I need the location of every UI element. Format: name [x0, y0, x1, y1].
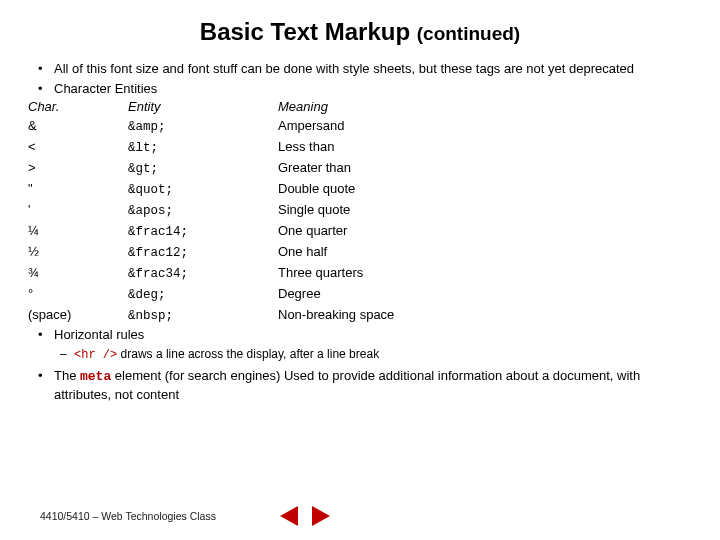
- bullet-list: Horizontal rules: [36, 326, 692, 344]
- cell-entity: &gt;: [128, 159, 278, 179]
- header-char: Char.: [28, 99, 128, 114]
- nav-buttons: [280, 506, 330, 526]
- table-row: "&quot;Double quote: [28, 179, 692, 200]
- title-main: Basic Text Markup: [200, 18, 410, 45]
- text: The: [54, 368, 80, 383]
- cell-char: °: [28, 284, 128, 305]
- bullet-item: Character Entities: [36, 80, 692, 98]
- table-row: &&amp;Ampersand: [28, 116, 692, 137]
- bullet-list: All of this font size and font stuff can…: [36, 60, 692, 97]
- sub-text: draws a line across the display, after a…: [117, 347, 379, 361]
- cell-meaning: One quarter: [278, 221, 347, 242]
- cell-meaning: Ampersand: [278, 116, 344, 137]
- entity-table-header: Char. Entity Meaning: [28, 99, 692, 114]
- cell-meaning: Degree: [278, 284, 321, 305]
- table-row: ¼&frac14;One quarter: [28, 221, 692, 242]
- next-slide-button[interactable]: [312, 506, 330, 526]
- table-row: '&apos;Single quote: [28, 200, 692, 221]
- cell-entity: &quot;: [128, 180, 278, 200]
- cell-entity: &lt;: [128, 138, 278, 158]
- inline-code: <hr />: [74, 348, 117, 362]
- slide-title: Basic Text Markup (continued): [28, 18, 692, 46]
- prev-slide-button[interactable]: [280, 506, 298, 526]
- table-row: (space)&nbsp;Non-breaking space: [28, 305, 692, 326]
- cell-meaning: Double quote: [278, 179, 355, 200]
- cell-meaning: One half: [278, 242, 327, 263]
- header-entity: Entity: [128, 99, 278, 114]
- cell-char: ¼: [28, 221, 128, 242]
- table-row: >&gt;Greater than: [28, 158, 692, 179]
- cell-meaning: Non-breaking space: [278, 305, 394, 326]
- cell-entity: &frac34;: [128, 264, 278, 284]
- cell-char: (space): [28, 305, 128, 326]
- header-meaning: Meaning: [278, 99, 328, 114]
- bullet-item: All of this font size and font stuff can…: [36, 60, 692, 78]
- sub-bullet-item: <hr /> draws a line across the display, …: [60, 346, 692, 364]
- inline-code: meta: [80, 369, 111, 384]
- cell-meaning: Three quarters: [278, 263, 363, 284]
- table-row: °&deg;Degree: [28, 284, 692, 305]
- cell-char: ½: [28, 242, 128, 263]
- text: element (for search engines) Used to pro…: [54, 368, 640, 402]
- cell-entity: &amp;: [128, 117, 278, 137]
- table-row: ¾&frac34;Three quarters: [28, 263, 692, 284]
- cell-char: ": [28, 179, 128, 200]
- cell-meaning: Greater than: [278, 158, 351, 179]
- cell-char: <: [28, 137, 128, 158]
- sub-bullet-list: <hr /> draws a line across the display, …: [60, 346, 692, 364]
- title-continued: (continued): [417, 23, 520, 44]
- cell-char: >: [28, 158, 128, 179]
- cell-char: &: [28, 116, 128, 137]
- table-row: ½&frac12;One half: [28, 242, 692, 263]
- cell-entity: &nbsp;: [128, 306, 278, 326]
- cell-char: ¾: [28, 263, 128, 284]
- cell-entity: &deg;: [128, 285, 278, 305]
- cell-entity: &apos;: [128, 201, 278, 221]
- entity-table-body: &&amp;Ampersand<&lt;Less than>&gt;Greate…: [28, 116, 692, 326]
- cell-meaning: Single quote: [278, 200, 350, 221]
- cell-char: ': [28, 200, 128, 221]
- bullet-list: The meta element (for search engines) Us…: [36, 367, 692, 403]
- bullet-item: Horizontal rules: [36, 326, 692, 344]
- table-row: <&lt;Less than: [28, 137, 692, 158]
- cell-entity: &frac12;: [128, 243, 278, 263]
- bullet-item: The meta element (for search engines) Us…: [36, 367, 692, 403]
- cell-entity: &frac14;: [128, 222, 278, 242]
- footer-text: 4410/5410 – Web Technologies Class: [40, 510, 216, 522]
- cell-meaning: Less than: [278, 137, 334, 158]
